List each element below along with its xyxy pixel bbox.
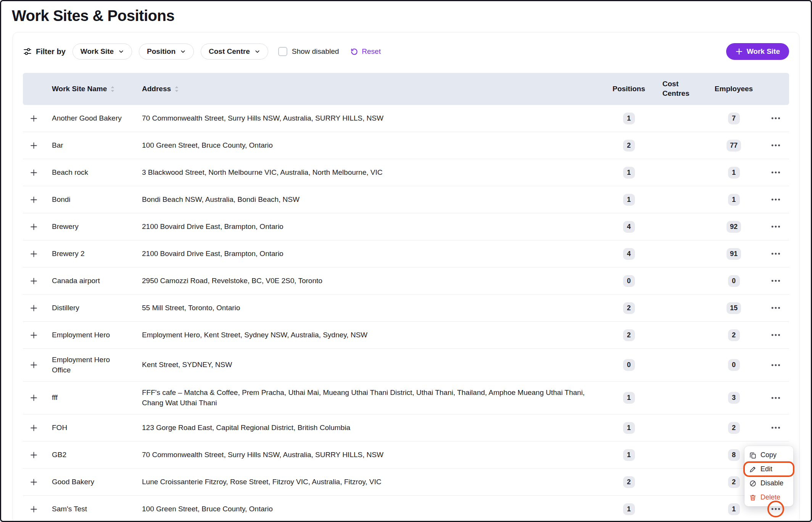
add-work-site-button[interactable]: Work Site bbox=[726, 43, 789, 60]
row-expand-button[interactable] bbox=[27, 421, 40, 435]
row-expand-button[interactable] bbox=[27, 358, 40, 372]
disable-icon bbox=[749, 480, 757, 487]
table-row: Brewery 2 2100 Bovaird Drive East, Bramp… bbox=[23, 240, 789, 267]
add-work-site-label: Work Site bbox=[747, 47, 780, 56]
employees-count-badge: 92 bbox=[727, 221, 741, 233]
menu-item-copy-label: Copy bbox=[760, 451, 777, 459]
header-cost-centres: Cost Centres bbox=[652, 79, 698, 98]
positions-count-badge: 2 bbox=[623, 302, 635, 314]
work-site-name-cell: Brewery bbox=[44, 222, 136, 232]
table-row: Beach rock 3 Blackwood Street, North Mel… bbox=[23, 159, 789, 186]
table-row: Another Good Bakery 70 Commonwealth Stre… bbox=[23, 105, 789, 132]
menu-item-disable[interactable]: Disable bbox=[744, 476, 793, 490]
work-sites-card: Filter by Work Site Position Cost Centre… bbox=[13, 32, 799, 522]
plus-icon bbox=[735, 48, 743, 55]
header-employees: Employees bbox=[705, 85, 762, 93]
plus-icon bbox=[30, 169, 38, 177]
row-menu-button[interactable] bbox=[769, 111, 783, 125]
table-row: FOH 123 Gorge Road East, Capital Regiona… bbox=[23, 414, 789, 441]
ellipsis-icon bbox=[771, 276, 781, 286]
employees-count-badge: 91 bbox=[727, 248, 741, 260]
filter-by-label: Filter by bbox=[23, 47, 66, 56]
table-row: Bar 100 Green Street, Bruce County, Onta… bbox=[23, 132, 789, 159]
row-expand-button[interactable] bbox=[27, 220, 40, 234]
row-menu-button[interactable] bbox=[769, 166, 783, 179]
employees-count-badge: 1 bbox=[728, 194, 740, 206]
row-expand-button[interactable] bbox=[27, 502, 40, 516]
sort-icon[interactable] bbox=[110, 86, 115, 92]
row-expand-button[interactable] bbox=[27, 139, 40, 152]
employees-count-badge: 2 bbox=[728, 476, 740, 488]
ellipsis-icon bbox=[771, 393, 781, 403]
cost-centre-filter-dropdown[interactable]: Cost Centre bbox=[201, 44, 268, 60]
row-menu-button[interactable] bbox=[769, 247, 783, 261]
row-expand-button[interactable] bbox=[27, 193, 40, 206]
table-row: Employment Hero Office Kent Street, SYDN… bbox=[23, 349, 789, 382]
header-positions: Positions bbox=[606, 85, 652, 93]
row-context-menu: Copy Edit Disable Delete bbox=[744, 446, 793, 506]
address-cell: 2950 Camozzi Road, Revelstoke, BC, V0E 2… bbox=[136, 276, 606, 286]
row-menu-button[interactable] bbox=[769, 391, 783, 405]
page-title: Work Sites & Positions bbox=[12, 7, 800, 24]
show-disabled-toggle[interactable]: Show disabled bbox=[278, 47, 339, 56]
positions-count-badge: 0 bbox=[623, 359, 635, 371]
cost-centre-filter-label: Cost Centre bbox=[209, 47, 250, 56]
reset-filters-button[interactable]: Reset bbox=[350, 47, 381, 56]
menu-item-edit[interactable]: Edit bbox=[744, 462, 793, 476]
address-cell: 2100 Bovaird Drive East, Brampton, Ontar… bbox=[136, 222, 606, 232]
row-menu-button[interactable] bbox=[769, 358, 783, 372]
header-work-site-name[interactable]: Work Site Name bbox=[44, 85, 136, 93]
table-row: Distillery 55 Mill Street, Toronto, Onta… bbox=[23, 295, 789, 322]
address-cell: 3 Blackwood Street, North Melbourne VIC,… bbox=[136, 168, 606, 178]
sort-icon[interactable] bbox=[174, 86, 179, 92]
positions-count-badge: 2 bbox=[623, 476, 635, 488]
positions-count-badge: 1 bbox=[623, 167, 635, 179]
work-site-name-cell: Employment Hero bbox=[44, 330, 136, 340]
row-expand-button[interactable] bbox=[27, 274, 40, 288]
table-row: Sam's Test 100 Green Street, Bruce Count… bbox=[23, 496, 789, 522]
row-menu-button[interactable] bbox=[769, 193, 783, 206]
row-menu-button[interactable] bbox=[769, 139, 783, 152]
positions-count-badge: 1 bbox=[623, 113, 635, 124]
ellipsis-icon bbox=[771, 303, 781, 313]
position-filter-label: Position bbox=[147, 47, 176, 56]
table-header-row: Work Site Name Address Positions Cost Ce… bbox=[23, 73, 789, 105]
row-expand-button[interactable] bbox=[27, 475, 40, 489]
chevron-down-icon bbox=[118, 49, 124, 55]
address-cell: Employment Hero, Kent Street, Sydney NSW… bbox=[136, 330, 606, 340]
show-disabled-label: Show disabled bbox=[292, 47, 339, 56]
row-menu-button[interactable] bbox=[769, 220, 783, 234]
header-address[interactable]: Address bbox=[136, 85, 606, 93]
work-site-name-cell: Bar bbox=[44, 140, 136, 151]
menu-item-copy[interactable]: Copy bbox=[744, 448, 793, 462]
row-menu-button[interactable] bbox=[769, 301, 783, 315]
row-expand-button[interactable] bbox=[27, 111, 40, 125]
row-menu-button[interactable] bbox=[769, 274, 783, 288]
employees-count-badge: 77 bbox=[727, 140, 741, 151]
row-menu-button[interactable] bbox=[769, 328, 783, 342]
employees-count-badge: 0 bbox=[728, 359, 740, 371]
row-expand-button[interactable] bbox=[27, 448, 40, 462]
address-cell: 100 Green Street, Bruce County, Ontario bbox=[136, 140, 606, 151]
positions-count-badge: 1 bbox=[623, 449, 635, 461]
position-filter-dropdown[interactable]: Position bbox=[139, 44, 194, 60]
header-work-site-name-label: Work Site Name bbox=[52, 85, 107, 93]
row-expand-button[interactable] bbox=[27, 391, 40, 405]
row-expand-button[interactable] bbox=[27, 247, 40, 261]
ellipsis-icon bbox=[771, 113, 781, 123]
show-disabled-checkbox[interactable] bbox=[278, 47, 287, 56]
row-expand-button[interactable] bbox=[27, 328, 40, 342]
menu-item-delete[interactable]: Delete bbox=[744, 490, 793, 504]
row-menu-button[interactable] bbox=[769, 421, 783, 435]
menu-item-delete-label: Delete bbox=[760, 493, 780, 501]
plus-icon bbox=[30, 223, 38, 231]
ellipsis-icon bbox=[771, 222, 781, 232]
work-site-filter-dropdown[interactable]: Work Site bbox=[72, 44, 132, 60]
plus-icon bbox=[30, 451, 38, 459]
row-expand-button[interactable] bbox=[27, 301, 40, 315]
reset-icon bbox=[350, 48, 358, 56]
table-row: Employment Hero Employment Hero, Kent St… bbox=[23, 322, 789, 349]
plus-icon bbox=[30, 478, 38, 486]
row-expand-button[interactable] bbox=[27, 166, 40, 179]
address-cell: 70 Commonwealth Street, Surry Hills NSW,… bbox=[136, 113, 606, 124]
